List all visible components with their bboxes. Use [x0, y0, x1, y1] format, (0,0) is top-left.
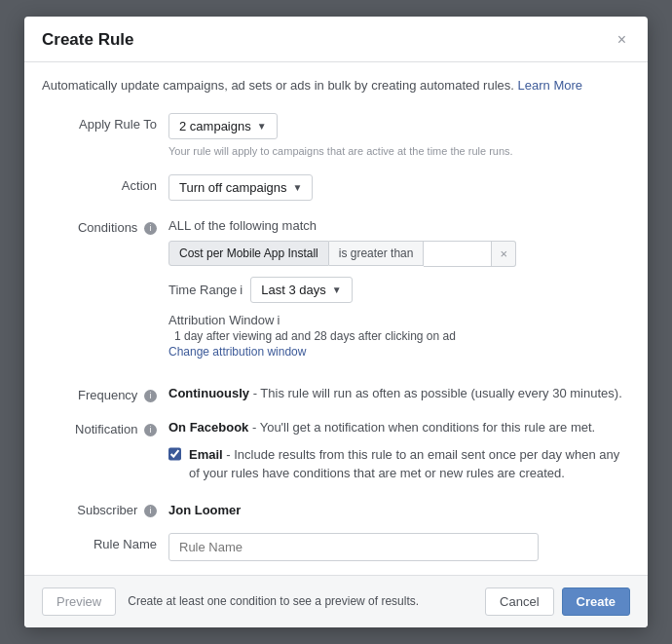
notification-content: On Facebook - You'll get a notification …	[168, 416, 630, 483]
change-attribution-link[interactable]: Change attribution window	[168, 345, 630, 359]
footer-left: Preview Create at least one condition to…	[42, 587, 419, 616]
chevron-down-icon: ▼	[332, 284, 342, 295]
frequency-text: Continuously - This rule will run as oft…	[168, 384, 630, 403]
attribution-text: 1 day after viewing ad and 28 days after…	[174, 329, 456, 343]
notification-rest: - You'll get a notification when conditi…	[248, 420, 595, 435]
preview-button[interactable]: Preview	[42, 587, 116, 616]
close-button[interactable]: ×	[614, 30, 630, 50]
action-label: Action	[42, 172, 168, 193]
notification-text: On Facebook - You'll get a notification …	[168, 418, 630, 437]
apply-rule-dropdown[interactable]: 2 campaigns ▼	[168, 113, 278, 139]
frequency-bold: Continuously	[168, 386, 249, 400]
subscriber-row: Subscriber i Jon Loomer	[42, 497, 630, 517]
apply-rule-row: Apply Rule To 2 campaigns ▼ Your rule wi…	[42, 111, 630, 159]
email-bold: Email	[189, 447, 223, 462]
intro-description: Automatically update campaigns, ad sets …	[42, 78, 514, 93]
time-range-info-icon[interactable]: i	[240, 283, 243, 297]
condition-item: Cost per Mobile App Install is greater t…	[168, 241, 630, 267]
time-range-value: Last 3 days	[261, 283, 326, 297]
time-range-row: Time Range i Last 3 days ▼	[168, 277, 630, 303]
notification-bold: On Facebook	[168, 420, 248, 435]
footer-right: Cancel Create	[485, 587, 630, 616]
subscriber-content: Jon Loomer	[168, 497, 630, 517]
all-match-text: ALL of the following match	[168, 216, 630, 233]
apply-rule-content: 2 campaigns ▼ Your rule will apply to ca…	[168, 111, 630, 159]
conditions-label: Conditions i	[42, 214, 168, 235]
frequency-label: Frequency i	[42, 382, 168, 402]
modal-title: Create Rule	[42, 30, 133, 50]
condition-value-input[interactable]	[424, 241, 492, 267]
modal-footer: Preview Create at least one condition to…	[24, 575, 648, 627]
attribution-window-section: Attribution Window i 1 day after viewing…	[168, 313, 630, 359]
frequency-info-icon[interactable]: i	[144, 390, 157, 402]
conditions-info-icon[interactable]: i	[144, 222, 157, 235]
footer-info-text: Create at least one condition to see a p…	[128, 594, 419, 608]
frequency-row: Frequency i Continuously - This rule wil…	[42, 382, 630, 403]
subscriber-label: Subscriber i	[42, 497, 168, 517]
condition-operator: is greater than	[329, 241, 425, 266]
action-content: Turn off campaigns ▼	[168, 172, 630, 201]
conditions-row: Conditions i ALL of the following match …	[42, 214, 630, 368]
modal-body: Automatically update campaigns, ad sets …	[24, 62, 648, 561]
notification-row: Notification i On Facebook - You'll get …	[42, 416, 630, 483]
chevron-down-icon: ▼	[257, 121, 267, 132]
apply-rule-value: 2 campaigns	[179, 119, 251, 133]
action-row: Action Turn off campaigns ▼	[42, 172, 630, 201]
email-checkbox[interactable]	[168, 447, 181, 461]
action-dropdown[interactable]: Turn off campaigns ▼	[168, 174, 313, 201]
notification-info-icon[interactable]: i	[144, 424, 157, 436]
attribution-window-label: Attribution Window i	[168, 313, 630, 327]
email-checkbox-row: Email - Include results from this rule t…	[168, 445, 630, 483]
modal-header: Create Rule ×	[24, 17, 648, 62]
apply-rule-label: Apply Rule To	[42, 111, 168, 132]
time-range-label: Time Range i	[168, 283, 243, 297]
frequency-content: Continuously - This rule will run as oft…	[168, 382, 630, 403]
time-range-dropdown[interactable]: Last 3 days ▼	[250, 277, 352, 303]
create-button[interactable]: Create	[562, 587, 630, 616]
apply-rule-helper: Your rule will apply to campaigns that a…	[168, 144, 630, 159]
condition-remove-button[interactable]: ×	[492, 241, 516, 267]
rule-name-row: Rule Name	[42, 531, 630, 561]
subscriber-name: Jon Loomer	[168, 499, 630, 517]
attribution-info-icon[interactable]: i	[277, 313, 280, 327]
modal-overlay: Create Rule × Automatically update campa…	[0, 0, 672, 644]
cancel-button[interactable]: Cancel	[485, 587, 553, 616]
email-label: Email - Include results from this rule t…	[189, 445, 630, 483]
notification-label: Notification i	[42, 416, 168, 436]
action-value: Turn off campaigns	[179, 180, 287, 195]
subscriber-info-icon[interactable]: i	[144, 505, 157, 517]
rule-name-label: Rule Name	[42, 531, 168, 551]
rule-name-input[interactable]	[168, 533, 539, 561]
frequency-rest: - This rule will run as often as possibl…	[249, 386, 622, 400]
create-rule-modal: Create Rule × Automatically update campa…	[24, 17, 648, 627]
intro-text: Automatically update campaigns, ad sets …	[42, 76, 630, 95]
rule-name-content	[168, 531, 630, 561]
chevron-down-icon: ▼	[293, 182, 303, 193]
learn-more-link[interactable]: Learn More	[518, 78, 582, 93]
conditions-content: ALL of the following match Cost per Mobi…	[168, 214, 630, 368]
email-rest: - Include results from this rule to an e…	[189, 447, 619, 481]
condition-metric: Cost per Mobile App Install	[168, 241, 329, 266]
